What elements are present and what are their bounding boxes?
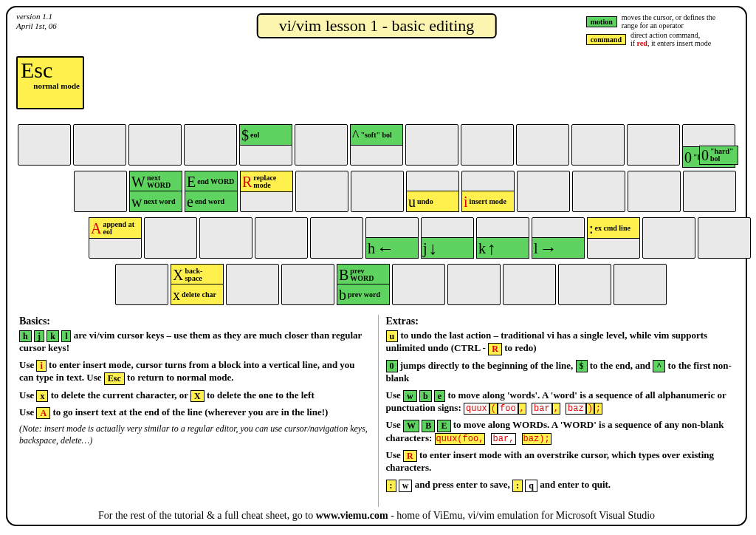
key-minus (627, 124, 680, 166)
cap-X: Xback- space (171, 264, 224, 285)
extras-p6: : w and press enter to save, : q and ent… (386, 479, 738, 491)
extras-p2: 0 jumps directly to the beginning of the… (386, 360, 738, 385)
ikey-A: A (36, 407, 50, 419)
ikey-R2: R (403, 450, 417, 462)
ikey-e: e (434, 390, 445, 402)
key-1 (73, 124, 126, 166)
page: version 1.1 April 1st, 06 vi/vim lesson … (6, 6, 747, 526)
cap-dollar: $ eol (239, 124, 292, 146)
code2: quux(foo, bar, baz); (435, 433, 551, 445)
cap-j: j↓ (421, 237, 474, 259)
row-asdf: Aappend at eol h← j↓ k↑ l→ :ex cmd line (89, 217, 753, 259)
key-5 (295, 124, 348, 166)
basics-p2: Use i to enter insert mode, cursor turns… (19, 359, 371, 384)
basics-heading: Basics: (19, 315, 371, 328)
ikey-l: l (61, 330, 71, 342)
esc-label: normal mode (21, 81, 80, 90)
arrow-down-icon: ↓ (429, 239, 438, 257)
extras-col: Extras: u to undo the last action – trad… (379, 315, 738, 507)
esc-glyph: Esc (21, 59, 80, 81)
key-lbracket (628, 171, 681, 212)
key-comma (503, 264, 556, 305)
ikey-0: 0 (386, 360, 398, 372)
ikey-colon2: : (512, 480, 523, 491)
extras-p4: Use W B E to move along WORDs. A 'WORD' … (386, 419, 738, 445)
cap-u: uundo (406, 191, 459, 212)
key-b: Bprev WORD bprev word (337, 264, 390, 305)
basics-p3: Use x to delete the current character, o… (19, 389, 371, 402)
key-q (74, 171, 127, 212)
ikey-q: q (525, 480, 537, 491)
key-period (558, 264, 611, 305)
key-y (351, 171, 404, 212)
ikey-x: x (36, 390, 48, 402)
body-columns: Basics: h j k l are vi/vim cursor keys –… (19, 315, 737, 507)
ikey-u: u (386, 330, 399, 342)
ikey-dollar: $ (576, 360, 588, 372)
key-n (392, 264, 445, 305)
basics-col: Basics: h j k l are vi/vim cursor keys –… (19, 315, 379, 507)
key-u: uundo (406, 171, 459, 212)
cap-B: Bprev WORD (337, 264, 390, 285)
key-o (517, 171, 570, 212)
key-9 (516, 124, 569, 166)
basics-note: (Note: insert mode is actually very simi… (19, 423, 371, 446)
version-block: version 1.1 April 1st, 06 (16, 12, 57, 31)
footer: For the rest of the tutorial & a full ch… (7, 510, 746, 522)
ikey-W: W (403, 420, 419, 432)
extras-p5: Use R to enter insert mode with an overs… (386, 449, 738, 474)
cap-A: Aappend at eol (89, 217, 142, 239)
cap-R: Rreplace mode (240, 171, 293, 192)
key-p (572, 171, 625, 212)
key-l: l→ (532, 217, 585, 259)
legend: motion moves the cursor, or defines the … (586, 13, 741, 49)
key-enter (698, 217, 751, 259)
arrow-right-icon: → (540, 239, 557, 257)
ikey-E: E (437, 420, 450, 432)
key-f (255, 217, 308, 259)
ikey-caret: ^ (653, 360, 665, 372)
extras-heading: Extras: (386, 315, 738, 328)
legend-motion-chip: motion (586, 16, 617, 27)
key-w: Wnext WORD wnext word (129, 171, 182, 212)
key-t (295, 171, 348, 212)
cap-e: eend word (185, 191, 238, 212)
cap-l: l→ (532, 237, 585, 259)
key-0 (571, 124, 625, 166)
ikey-i: i (36, 360, 46, 372)
cap-b: bprev word (337, 284, 390, 305)
ikey-R: R (488, 343, 502, 355)
cap-zero-pos: 0 "hard" bol (699, 146, 738, 165)
ikey-esc: Esc (104, 372, 125, 384)
key-6: ^ "soft" bol (350, 124, 403, 166)
cap-E: Eend WORD (185, 171, 238, 192)
key-4: $ eol (239, 124, 292, 166)
cap-x: xdelete char (171, 284, 224, 305)
ikey-w2: w (399, 480, 413, 491)
row-zxcv: Xback- space xdelete char Bprev WORD bpr… (115, 264, 669, 305)
key-h: h← (365, 217, 419, 259)
key-7 (405, 124, 458, 166)
extras-p1: u to undo the last action – traditional … (386, 330, 738, 355)
cap-caret: ^ "soft" bol (350, 124, 403, 146)
cap-k: k↑ (476, 237, 529, 259)
arrow-left-icon: ← (377, 239, 394, 257)
key-v (281, 264, 334, 305)
key-3 (184, 124, 237, 166)
ikey-colon1: : (386, 480, 396, 491)
cap-w: wnext word (129, 191, 182, 212)
key-m (447, 264, 501, 305)
row-number: $ eol ^ "soft" bol 0 "hard" bol (18, 124, 738, 166)
legend-motion-text: moves the cursor, or defines the range f… (622, 13, 732, 30)
ikey-j: j (34, 330, 44, 342)
title: vi/vim lesson 1 - basic editing (257, 13, 497, 38)
version-date: April 1st, 06 (16, 21, 57, 30)
cap-h: h← (365, 237, 419, 259)
key-z (115, 264, 168, 305)
legend-command-chip: command (586, 34, 626, 45)
version-text: version 1.1 (16, 12, 52, 21)
key-k: k↑ (476, 217, 529, 259)
ikey-B: B (422, 420, 435, 432)
key-8 (461, 124, 514, 166)
key-a: Aappend at eol (89, 217, 142, 259)
